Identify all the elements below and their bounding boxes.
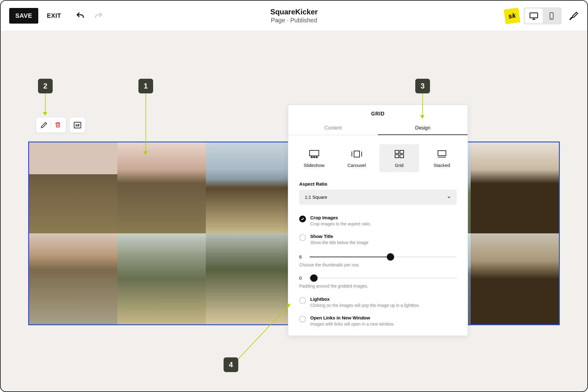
site-title: SquareKicker xyxy=(270,8,318,16)
thumbnails-value: 6 xyxy=(299,254,303,259)
annotation-2: 2 xyxy=(38,79,53,93)
arrow-1 xyxy=(145,93,146,152)
aspect-ratio-value: 1:1 Square xyxy=(305,194,327,200)
gallery-image[interactable] xyxy=(471,142,559,233)
svg-rect-14 xyxy=(395,150,399,153)
undo-icon xyxy=(76,11,85,21)
layout-options: Slideshow Carousel Grid Stacked xyxy=(288,135,468,181)
crop-images-desc: Crop images to the aspect ratio. xyxy=(310,221,371,226)
thumbnails-track[interactable] xyxy=(310,257,457,257)
topbar-left: SAVE EXIT xyxy=(9,8,103,24)
layout-label: Slideshow xyxy=(294,163,334,168)
arrow-4 xyxy=(238,302,292,359)
mobile-icon xyxy=(548,12,556,20)
gallery-image[interactable] xyxy=(117,142,205,233)
crop-images-option: Crop Images Crop images to the aspect ra… xyxy=(288,211,468,226)
layout-label: Carousel xyxy=(337,163,376,168)
svg-line-5 xyxy=(238,304,290,359)
topbar-center: SquareKicker Page · Published xyxy=(270,8,318,24)
lightbox-desc: Clicking on the images will pop the imag… xyxy=(310,303,420,308)
redo-button[interactable] xyxy=(94,11,103,21)
arrow-2 xyxy=(45,93,46,112)
padding-desc: Padding around the gridded images. xyxy=(299,284,457,288)
annotation-3: 3 xyxy=(415,79,430,93)
layout-slideshow[interactable]: Slideshow xyxy=(294,144,334,172)
svg-rect-0 xyxy=(530,13,538,18)
stacked-icon xyxy=(437,150,447,158)
delete-block-button[interactable] xyxy=(51,118,65,132)
chevron-down-icon xyxy=(447,195,451,199)
svg-rect-15 xyxy=(400,150,404,153)
thumbnails-knob[interactable] xyxy=(387,253,394,261)
layout-label: Stacked xyxy=(422,163,462,168)
layout-grid[interactable]: Grid xyxy=(379,144,419,172)
svg-rect-17 xyxy=(400,155,404,158)
show-title-checkbox[interactable] xyxy=(299,234,306,241)
undo-button[interactable] xyxy=(76,11,85,21)
show-title-title: Show Title xyxy=(310,234,368,239)
trash-icon xyxy=(55,122,61,128)
gallery-image[interactable] xyxy=(117,233,205,324)
mobile-view-button[interactable] xyxy=(543,9,560,23)
aspect-ratio-label: Aspect Ratio xyxy=(299,181,457,187)
save-button[interactable]: SAVE xyxy=(9,8,38,24)
paintbrush-button[interactable] xyxy=(569,11,579,21)
gallery-image[interactable] xyxy=(206,142,294,233)
new-window-checkbox[interactable] xyxy=(299,316,306,322)
arrow-3 xyxy=(422,93,423,115)
lightbox-title: Lightbox xyxy=(310,296,420,302)
gallery-image[interactable] xyxy=(29,233,117,324)
arrow-head-3 xyxy=(420,115,424,119)
panel-title: GRID xyxy=(288,105,468,122)
sk-block-button[interactable]: sk xyxy=(71,118,84,132)
exit-button[interactable]: EXIT xyxy=(47,12,61,19)
layout-carousel[interactable]: Carousel xyxy=(337,144,376,172)
svg-rect-9 xyxy=(314,157,315,158)
crop-images-checkbox[interactable] xyxy=(299,216,306,222)
gallery-image[interactable] xyxy=(29,142,117,233)
new-window-option: Open Links in New Window Images with lin… xyxy=(288,308,468,336)
canvas: 2 1 3 4 sk xyxy=(1,31,587,62)
sk-icon: sk xyxy=(74,122,81,128)
desktop-icon xyxy=(529,11,538,21)
annotation-4: 4 xyxy=(224,357,238,372)
aspect-ratio-select[interactable]: 1:1 Square xyxy=(299,190,457,205)
gallery-image[interactable] xyxy=(471,233,559,324)
lightbox-checkbox[interactable] xyxy=(299,297,306,304)
show-title-desc: Show the title below the image xyxy=(310,240,368,245)
carousel-icon xyxy=(351,150,362,158)
arrow-head-2 xyxy=(43,112,47,116)
svg-rect-7 xyxy=(310,150,319,156)
layout-label: Grid xyxy=(379,163,419,168)
pencil-icon xyxy=(41,122,47,128)
arrow-head-1 xyxy=(143,151,148,155)
svg-rect-10 xyxy=(316,157,317,158)
crop-images-title: Crop Images xyxy=(310,215,371,220)
topbar: SAVE EXIT SquareKicker Page · Published … xyxy=(1,1,587,31)
sk-badge[interactable]: sk xyxy=(504,7,520,24)
padding-slider: 0 Padding around the gridded images. xyxy=(288,267,468,288)
padding-knob[interactable] xyxy=(310,274,318,282)
show-title-option: Show Title Show the title below the imag… xyxy=(288,226,468,245)
svg-rect-16 xyxy=(395,155,399,158)
site-subtitle: Page · Published xyxy=(270,17,318,24)
topbar-right: sk xyxy=(505,7,579,24)
padding-value: 0 xyxy=(299,275,303,281)
edit-block-button[interactable] xyxy=(37,118,51,132)
tab-content[interactable]: Content xyxy=(288,122,378,135)
desktop-view-button[interactable] xyxy=(525,9,543,23)
lightbox-option: Lightbox Clicking on the images will pop… xyxy=(288,288,468,308)
padding-track[interactable] xyxy=(310,278,457,278)
svg-rect-18 xyxy=(438,151,446,156)
thumbnails-slider: 6 Choose the thumbnails per row. xyxy=(288,245,468,267)
check-icon xyxy=(301,217,304,221)
thumbnails-desc: Choose the thumbnails per row. xyxy=(299,262,457,267)
svg-rect-11 xyxy=(354,151,360,157)
layout-stacked[interactable]: Stacked xyxy=(422,144,462,172)
design-panel: GRID Content Design Slideshow Carousel G… xyxy=(288,105,468,336)
tab-design[interactable]: Design xyxy=(378,122,468,135)
new-window-desc: Images with links will open in a new win… xyxy=(310,322,394,326)
device-toggle xyxy=(524,7,562,24)
annotation-1: 1 xyxy=(138,79,153,93)
grid-icon xyxy=(394,150,404,158)
